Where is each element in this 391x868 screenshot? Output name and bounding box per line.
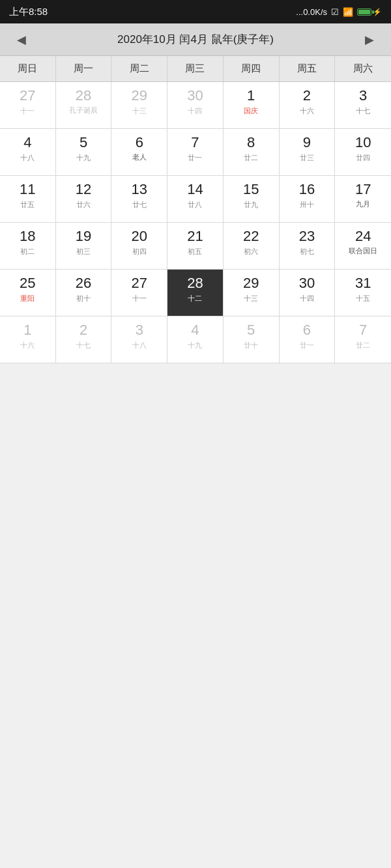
calendar-cell[interactable]: 17九月 <box>335 176 391 223</box>
weekday-label: 周四 <box>224 56 280 81</box>
day-subtitle: 十五 <box>356 294 370 303</box>
day-subtitle: 廿一 <box>300 341 314 350</box>
day-number: 28 <box>187 275 203 292</box>
day-number: 21 <box>187 228 203 245</box>
calendar-cell[interactable]: 19初三 <box>56 223 112 270</box>
wifi-icon: 📶 <box>343 7 353 17</box>
calendar-cell[interactable]: 3十八 <box>111 316 167 363</box>
day-subtitle: 廿八 <box>188 200 202 209</box>
calendar-cell[interactable]: 21初五 <box>167 223 224 270</box>
day-subtitle: 初三 <box>76 247 91 256</box>
next-month-button[interactable]: ▶ <box>358 30 381 49</box>
calendar-cell[interactable]: 4十九 <box>167 316 224 363</box>
calendar-cell[interactable]: 23初七 <box>280 223 336 270</box>
status-icons: ...0.0K/s ☑ 📶 ⚡ <box>296 7 382 17</box>
calendar-cell[interactable]: 27十一 <box>0 82 56 129</box>
calendar-cell[interactable]: 13廿七 <box>111 176 167 223</box>
day-number: 4 <box>191 322 199 339</box>
day-subtitle: 十六 <box>300 106 314 115</box>
day-subtitle: 十三 <box>244 294 258 303</box>
calendar-cell[interactable]: 28孔子诞辰 <box>56 82 112 129</box>
day-number: 12 <box>76 181 91 198</box>
day-number: 31 <box>355 275 371 292</box>
calendar-cell[interactable]: 28十二 <box>167 270 224 316</box>
calendar-cell[interactable]: 11廿五 <box>0 176 56 223</box>
calendar-cell[interactable]: 16卅十 <box>280 176 336 223</box>
day-number: 20 <box>132 228 147 245</box>
calendar-cell[interactable]: 5廿十 <box>224 316 280 363</box>
day-number: 28 <box>76 87 91 104</box>
day-subtitle: 十九 <box>76 153 91 162</box>
day-subtitle: 十六 <box>20 341 35 350</box>
calendar-cell[interactable]: 29十三 <box>224 270 280 316</box>
day-number: 3 <box>136 322 143 339</box>
calendar-cell[interactable]: 14廿八 <box>167 176 224 223</box>
day-subtitle: 孔子诞辰 <box>69 106 98 115</box>
day-subtitle: 初十 <box>76 294 91 303</box>
day-subtitle: 九月 <box>356 200 370 209</box>
day-number: 7 <box>359 322 367 339</box>
weekday-label: 周二 <box>111 56 167 81</box>
calendar-cell[interactable]: 7廿二 <box>335 316 391 363</box>
calendar-cell[interactable]: 6廿一 <box>280 316 336 363</box>
day-subtitle: 十七 <box>356 106 370 115</box>
calendar-cell[interactable]: 3十七 <box>335 82 391 129</box>
calendar-cell[interactable]: 29十三 <box>111 82 167 129</box>
day-subtitle: 十八 <box>132 341 147 350</box>
calendar-cell[interactable]: 12廿六 <box>56 176 112 223</box>
calendar-cell[interactable]: 30十四 <box>167 82 224 129</box>
calendar-cell[interactable]: 2十六 <box>280 82 336 129</box>
calendar-cell[interactable]: 7廿一 <box>167 129 224 176</box>
day-number: 9 <box>303 134 311 151</box>
calendar-cell[interactable]: 22初六 <box>224 223 280 270</box>
day-subtitle: 重阳 <box>20 294 35 303</box>
day-subtitle: 国庆 <box>244 106 258 115</box>
calendar-cell[interactable]: 18初二 <box>0 223 56 270</box>
day-subtitle: 十九 <box>188 341 202 350</box>
day-subtitle: 十八 <box>20 153 35 162</box>
day-subtitle: 十三 <box>132 106 147 115</box>
calendar-cell[interactable]: 2十七 <box>56 316 112 363</box>
calendar-title: 2020年10月 闰4月 鼠年(庚子年) <box>117 32 274 47</box>
calendar-cell[interactable]: 15廿九 <box>224 176 280 223</box>
weekday-label: 周五 <box>280 56 336 81</box>
day-subtitle: 廿二 <box>356 341 370 350</box>
day-subtitle: 初四 <box>132 247 147 256</box>
calendar-cell[interactable]: 20初四 <box>111 223 167 270</box>
weekday-label: 周六 <box>335 56 391 81</box>
day-number: 25 <box>20 275 35 292</box>
calendar-cell[interactable]: 1国庆 <box>224 82 280 129</box>
status-bar: 上午8:58 ...0.0K/s ☑ 📶 ⚡ <box>0 0 391 23</box>
calendar-cell[interactable]: 27十一 <box>111 270 167 316</box>
calendar-cell[interactable]: 30十四 <box>280 270 336 316</box>
day-subtitle: 联合国日 <box>349 247 377 256</box>
day-number: 6 <box>303 322 311 339</box>
day-number: 5 <box>247 322 255 339</box>
weekday-label: 周三 <box>167 56 224 81</box>
weekday-header: 周日周一周二周三周四周五周六 <box>0 56 391 82</box>
calendar-cell[interactable]: 5十九 <box>56 129 112 176</box>
day-subtitle: 廿一 <box>188 153 202 162</box>
day-subtitle: 卅十 <box>300 200 314 209</box>
calendar-cell[interactable]: 24联合国日 <box>335 223 391 270</box>
day-number: 17 <box>355 181 371 198</box>
prev-month-button[interactable]: ◀ <box>10 30 33 49</box>
calendar-cell[interactable]: 25重阳 <box>0 270 56 316</box>
day-subtitle: 十四 <box>188 106 202 115</box>
calendar-cell[interactable]: 9廿三 <box>280 129 336 176</box>
calendar-footer <box>0 363 391 754</box>
calendar-cell[interactable]: 31十五 <box>335 270 391 316</box>
day-number: 8 <box>247 134 255 151</box>
calendar-cell[interactable]: 6老人 <box>111 129 167 176</box>
calendar-cell[interactable]: 8廿二 <box>224 129 280 176</box>
calendar-cell[interactable]: 4十八 <box>0 129 56 176</box>
calendar-cell[interactable]: 1十六 <box>0 316 56 363</box>
calendar-cell[interactable]: 26初十 <box>56 270 112 316</box>
day-subtitle: 十四 <box>300 294 314 303</box>
calendar-cell[interactable]: 10廿四 <box>335 129 391 176</box>
day-number: 23 <box>299 228 315 245</box>
day-subtitle: 廿十 <box>244 341 258 350</box>
day-subtitle: 廿五 <box>20 200 35 209</box>
day-number: 3 <box>359 87 367 104</box>
day-subtitle: 初五 <box>188 247 202 256</box>
